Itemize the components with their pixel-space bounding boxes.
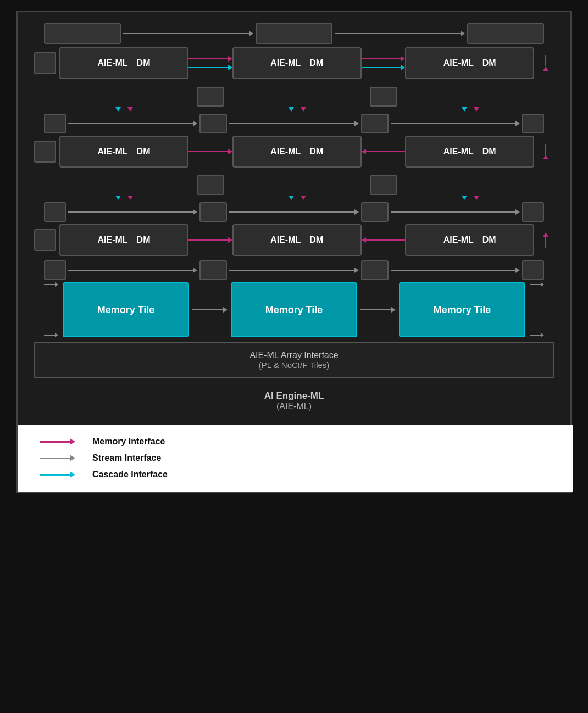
interface-line2: (PL & NoCI/F Tiles) xyxy=(43,360,545,370)
legend-cascade-label: Cascade Interface xyxy=(92,470,168,480)
aie-ml-label-1-3: AIE-ML xyxy=(98,235,128,245)
legend-stream-label: Stream Interface xyxy=(92,453,161,463)
aie-ml-label-2-1: AIE-ML xyxy=(270,58,301,68)
aie-pair-2-3: AIE-ML DM xyxy=(232,224,362,256)
aie-col-2-row-2: AIE-ML DM xyxy=(232,136,362,168)
legend-cascade: Cascade Interface xyxy=(40,470,551,480)
aie-ml-title-line1: AI Engine-ML xyxy=(34,391,554,402)
aie-ml-label-3-1: AIE-ML xyxy=(443,58,474,68)
dm-label-2-3: DM xyxy=(309,235,323,245)
aie-ml-label-3-2: AIE-ML xyxy=(443,147,474,157)
top-connector-mid xyxy=(256,23,332,44)
pink-arrow-h-2 xyxy=(362,56,406,62)
aie-col-3-row-1: AIE-ML DM xyxy=(405,47,534,79)
legend-memory-arrow xyxy=(40,438,84,445)
diagram-area: AIE-ML DM AIE-ML xyxy=(18,12,570,425)
cyan-arrow-h-2 xyxy=(362,65,406,70)
v-pink-1-2 xyxy=(127,196,133,200)
aie-col-1-row-2: AIE-ML DM xyxy=(59,136,188,168)
aie-ml-title-area: AI Engine-ML (AIE-ML) xyxy=(34,381,554,419)
v-cyan-3-1 xyxy=(462,107,467,112)
aie-col-3-row-3: AIE-ML DM xyxy=(405,224,534,256)
h-arrows-row2-1 xyxy=(188,136,232,168)
aie-pair-1-2: AIE-ML DM xyxy=(59,136,188,168)
memory-tile-2: Memory Tile xyxy=(231,282,357,337)
aie-col-1-row-3: AIE-ML DM xyxy=(59,224,188,256)
h-arrows-2 xyxy=(362,47,406,79)
legend-stream: Stream Interface xyxy=(40,453,551,463)
dm-label-2-2: DM xyxy=(309,147,323,157)
v-cyan-2-2 xyxy=(289,196,294,200)
aie-ml-title-line2: (AIE-ML) xyxy=(34,402,554,411)
v-cyan-1-1 xyxy=(115,107,121,112)
v-pink-1-1 xyxy=(127,107,133,112)
h-arrows-1 xyxy=(188,47,232,79)
dm-label-3-1: DM xyxy=(482,58,496,68)
aie-pair-3-1: AIE-ML DM xyxy=(405,47,534,79)
pink-arrow-left-r2-2 xyxy=(362,149,406,154)
legend: Memory Interface Stream Interface Cascad… xyxy=(18,425,573,492)
pink-arrow-h-1 xyxy=(188,56,232,62)
v-pink-2-1 xyxy=(301,107,306,112)
aie-ml-label-1-2: AIE-ML xyxy=(98,147,128,157)
aie-col-3-row-2: AIE-ML DM xyxy=(405,136,534,168)
aie-col-1-row-1: AIE-ML DM xyxy=(59,47,188,79)
aie-pair-2-1: AIE-ML DM xyxy=(232,47,362,79)
legend-memory-label: Memory Interface xyxy=(92,437,165,447)
dm-label-1-2: DM xyxy=(137,147,151,157)
aie-ml-label-2-2: AIE-ML xyxy=(270,147,301,157)
array-interface-box: AIE-ML Array Interface (PL & NoCI/F Tile… xyxy=(34,342,554,378)
aie-ml-label-1-1: AIE-ML xyxy=(98,58,128,68)
legend-cascade-arrow xyxy=(40,471,84,478)
v-cyan-1-2 xyxy=(115,196,121,200)
aie-col-2-row-3: AIE-ML DM xyxy=(232,224,362,256)
dm-label-3-2: DM xyxy=(482,147,496,157)
aie-pair-1-3: AIE-ML DM xyxy=(59,224,188,256)
main-container: AIE-ML DM AIE-ML xyxy=(16,11,572,493)
aie-col-2-row-1: AIE-ML DM xyxy=(232,47,362,79)
memory-tile-1: Memory Tile xyxy=(63,282,189,337)
v-pink-3-1 xyxy=(474,107,479,112)
dm-label-1-3: DM xyxy=(137,235,151,245)
pink-arrow-r2-1 xyxy=(188,149,232,154)
pink-arrow-r3-1 xyxy=(188,237,232,243)
aie-ml-label-2-3: AIE-ML xyxy=(270,235,301,245)
interface-line1: AIE-ML Array Interface xyxy=(43,350,545,360)
v-cyan-2-1 xyxy=(289,107,294,112)
v-cyan-3-2 xyxy=(462,196,467,200)
pink-arrow-left-r3-2 xyxy=(362,237,406,243)
v-pink-2-2 xyxy=(301,196,306,200)
top-connector-right xyxy=(467,23,544,44)
aie-pair-3-2: AIE-ML DM xyxy=(405,136,534,168)
h-arrows-row3-1 xyxy=(188,224,232,256)
memory-tile-3: Memory Tile xyxy=(399,282,525,337)
aie-pair-2-2: AIE-ML DM xyxy=(232,136,362,168)
v-pink-3-2 xyxy=(474,196,479,200)
h-arrows-row3-2 xyxy=(362,224,406,256)
legend-stream-arrow xyxy=(40,455,84,461)
aie-ml-label-3-3: AIE-ML xyxy=(443,235,474,245)
cyan-arrow-h-1 xyxy=(188,65,232,70)
dm-label-2-1: DM xyxy=(309,58,323,68)
legend-memory: Memory Interface xyxy=(40,437,551,447)
dm-label-3-3: DM xyxy=(482,235,496,245)
aie-pair-3-3: AIE-ML DM xyxy=(405,224,534,256)
top-connector-left xyxy=(44,23,121,44)
dm-label-1-1: DM xyxy=(137,58,151,68)
aie-pair-1-1: AIE-ML DM xyxy=(59,47,188,79)
h-arrows-row2-2 xyxy=(362,136,406,168)
